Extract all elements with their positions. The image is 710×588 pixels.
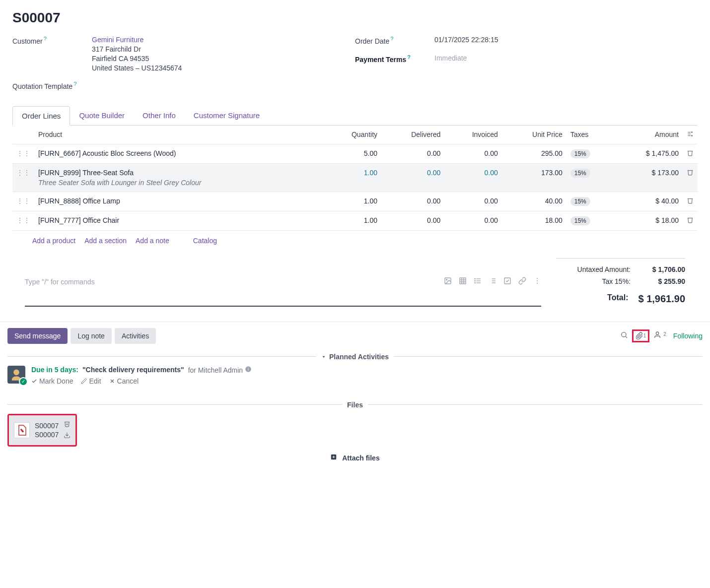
- svg-rect-7: [460, 278, 466, 284]
- followers-button[interactable]: 2: [653, 331, 666, 340]
- delivered-cell[interactable]: 0.00: [381, 144, 444, 163]
- svg-point-3: [692, 131, 693, 132]
- product-cell[interactable]: [FURN_7777] Office Chair: [34, 211, 324, 230]
- untaxed-label: Untaxed Amount:: [556, 265, 640, 273]
- table-icon[interactable]: [459, 277, 467, 286]
- svg-point-23: [537, 280, 538, 281]
- delivered-cell[interactable]: 0.00: [381, 211, 444, 230]
- untaxed-value: $ 1,706.00: [640, 265, 685, 273]
- unit-price-cell[interactable]: 40.00: [502, 192, 567, 211]
- more-icon[interactable]: [533, 277, 541, 286]
- customer-link[interactable]: Gemini Furniture: [92, 36, 182, 44]
- file-attachment[interactable]: S00007 S00007: [7, 414, 77, 447]
- drag-handle-icon[interactable]: ⋮⋮: [12, 211, 34, 230]
- svg-point-29: [13, 369, 19, 375]
- attach-files-button[interactable]: Attach files: [0, 447, 710, 469]
- taxes-cell[interactable]: 15%: [567, 211, 614, 230]
- following-button[interactable]: Following: [673, 332, 703, 340]
- list-ol-icon[interactable]: [489, 277, 497, 286]
- help-icon[interactable]: ?: [44, 36, 47, 42]
- col-product: Product: [34, 126, 324, 144]
- search-icon[interactable]: [620, 331, 628, 340]
- notes-input[interactable]: Type "/" for commands: [25, 258, 541, 307]
- help-icon[interactable]: ?: [407, 54, 411, 60]
- send-message-button[interactable]: Send message: [7, 328, 68, 344]
- caret-down-icon: [321, 354, 326, 359]
- invoiced-cell[interactable]: 0.00: [444, 192, 501, 211]
- drag-handle-icon[interactable]: ⋮⋮: [12, 192, 34, 211]
- edit-button[interactable]: Edit: [81, 377, 101, 385]
- delete-row-icon[interactable]: [687, 150, 694, 158]
- checklist-icon[interactable]: [503, 277, 511, 286]
- unit-price-cell[interactable]: 295.00: [502, 144, 567, 163]
- quantity-cell[interactable]: 1.00: [324, 192, 381, 211]
- taxes-cell[interactable]: 15%: [567, 163, 614, 192]
- tab-order-lines[interactable]: Order Lines: [12, 106, 70, 126]
- page-title: S00007: [12, 10, 698, 26]
- svg-point-4: [692, 135, 693, 136]
- add-section-link[interactable]: Add a section: [84, 237, 127, 245]
- product-cell[interactable]: [FURN_8999] Three-Seat SofaThree Seater …: [34, 163, 324, 192]
- delete-row-icon[interactable]: [687, 169, 694, 177]
- taxes-cell[interactable]: 15%: [567, 144, 614, 163]
- svg-point-16: [475, 280, 475, 281]
- drag-handle-icon[interactable]: ⋮⋮: [12, 144, 34, 163]
- log-note-button[interactable]: Log note: [71, 328, 112, 344]
- add-note-link[interactable]: Add a note: [136, 237, 169, 245]
- quantity-cell[interactable]: 5.00: [324, 144, 381, 163]
- tax-label: Tax 15%:: [556, 277, 640, 285]
- svg-line-26: [626, 336, 627, 338]
- link-icon[interactable]: [518, 277, 526, 286]
- invoiced-cell[interactable]: 0.00: [444, 144, 501, 163]
- catalog-link[interactable]: Catalog: [193, 237, 217, 245]
- image-icon[interactable]: [444, 277, 452, 286]
- tab-other-info[interactable]: Other Info: [134, 106, 185, 125]
- info-icon[interactable]: i: [245, 366, 252, 374]
- delivered-cell[interactable]: 0.00: [381, 192, 444, 211]
- tax-value: $ 255.90: [640, 277, 685, 285]
- activities-button[interactable]: Activities: [115, 328, 156, 344]
- col-amount: Amount: [614, 126, 683, 144]
- svg-point-15: [475, 278, 475, 279]
- column-settings-icon[interactable]: [687, 131, 694, 139]
- unit-price-cell[interactable]: 173.00: [502, 163, 567, 192]
- table-row[interactable]: ⋮⋮ [FURN_8999] Three-Seat SofaThree Seat…: [12, 163, 698, 192]
- product-description: Three Seater Sofa with Lounger in Steel …: [38, 179, 320, 187]
- help-icon[interactable]: ?: [73, 81, 76, 87]
- col-quantity: Quantity: [324, 126, 381, 144]
- file-delete-icon[interactable]: [64, 420, 71, 429]
- help-icon[interactable]: ?: [390, 36, 393, 42]
- invoiced-cell[interactable]: 0.00: [444, 163, 501, 192]
- avatar: ✓: [7, 366, 25, 384]
- product-cell[interactable]: [FURN_8888] Office Lamp: [34, 192, 324, 211]
- file-name: S00007: [35, 431, 59, 439]
- add-product-link[interactable]: Add a product: [32, 237, 75, 245]
- total-label: Total:: [556, 293, 638, 305]
- attachments-button[interactable]: 1: [632, 329, 650, 342]
- file-download-icon[interactable]: [64, 432, 71, 440]
- invoiced-cell[interactable]: 0.00: [444, 211, 501, 230]
- list-ul-icon[interactable]: [474, 277, 482, 286]
- taxes-cell[interactable]: 15%: [567, 192, 614, 211]
- customer-label: Customer?: [12, 36, 92, 45]
- table-row[interactable]: ⋮⋮ [FURN_6667] Acoustic Bloc Screens (Wo…: [12, 144, 698, 163]
- delete-row-icon[interactable]: [687, 217, 694, 225]
- planned-activities-header[interactable]: Planned Activities: [321, 353, 389, 361]
- quantity-cell[interactable]: 1.00: [324, 211, 381, 230]
- product-cell[interactable]: [FURN_6667] Acoustic Bloc Screens (Wood): [34, 144, 324, 163]
- delete-row-icon[interactable]: [687, 197, 694, 205]
- quantity-cell[interactable]: 1.00: [324, 163, 381, 192]
- delivered-cell[interactable]: 0.00: [381, 163, 444, 192]
- drag-handle-icon[interactable]: ⋮⋮: [12, 163, 34, 192]
- mark-done-button[interactable]: Mark Done: [31, 377, 73, 385]
- tab-customer-signature[interactable]: Customer Signature: [185, 106, 269, 125]
- table-row[interactable]: ⋮⋮ [FURN_8888] Office Lamp 1.00 0.00 0.0…: [12, 192, 698, 211]
- unit-price-cell[interactable]: 18.00: [502, 211, 567, 230]
- cancel-button[interactable]: Cancel: [109, 377, 139, 385]
- follower-count: 2: [663, 332, 666, 337]
- activity-due: Due in 5 days:: [31, 366, 78, 374]
- col-invoiced: Invoiced: [444, 126, 501, 144]
- tab-quote-builder[interactable]: Quote Builder: [70, 106, 134, 125]
- table-row[interactable]: ⋮⋮ [FURN_7777] Office Chair 1.00 0.00 0.…: [12, 211, 698, 230]
- payment-terms-value[interactable]: Immediate: [434, 54, 467, 62]
